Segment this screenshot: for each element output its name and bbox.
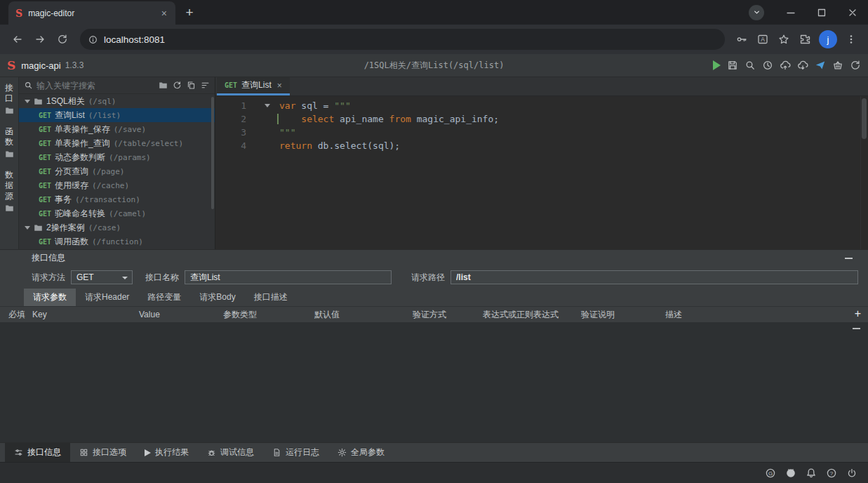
reload-icon[interactable] xyxy=(52,29,73,50)
breadcrumb: /1SQL相关/查询List(/sql/list) xyxy=(364,60,505,72)
api-tree-item[interactable]: GET使用缓存(/cache) xyxy=(19,178,215,192)
window-maximize-button[interactable] xyxy=(806,0,837,25)
api-tree-item[interactable]: GET单表操作_保存(/save) xyxy=(19,122,215,136)
panel-title-bar: 接口信息 xyxy=(0,249,868,266)
activity-item-datasource[interactable]: 数据源 xyxy=(5,170,14,213)
window-minimize-button[interactable] xyxy=(775,0,806,25)
activity-item-function[interactable]: 函数 xyxy=(5,126,14,159)
bottom-tab-debug-info[interactable]: 调试信息 xyxy=(198,443,263,462)
chevron-down-icon xyxy=(122,277,128,279)
api-tree-item[interactable]: GET分页查询(/page) xyxy=(19,164,215,178)
gear-icon xyxy=(338,448,347,457)
gutter: 1234 xyxy=(215,99,255,249)
tree-folder[interactable]: 2操作案例(/case) xyxy=(19,220,215,234)
refresh-icon[interactable] xyxy=(850,60,861,71)
activity-item-api[interactable]: 接口 xyxy=(5,83,14,115)
panel-collapse-icon[interactable] xyxy=(845,258,853,259)
copy-icon[interactable] xyxy=(187,81,196,90)
tab-close-icon[interactable]: × xyxy=(160,8,168,19)
code-line[interactable]: var sql = """ xyxy=(255,99,868,112)
editor-tab-bar: GET 查询List × xyxy=(215,77,868,96)
password-key-icon[interactable] xyxy=(732,29,752,49)
line-number: 2 xyxy=(215,112,246,126)
new-tab-button[interactable]: + xyxy=(180,3,199,22)
code-line[interactable]: return db.select(sql); xyxy=(255,139,868,152)
bookmark-star-icon[interactable] xyxy=(774,29,794,49)
refresh-icon[interactable] xyxy=(173,81,182,90)
bottom-tab-api-options[interactable]: 接口选项 xyxy=(70,443,135,462)
run-icon[interactable] xyxy=(713,60,721,70)
tab-request-header[interactable]: 请求Header xyxy=(76,289,138,306)
sidebar-search-row xyxy=(19,77,215,94)
request-path-input[interactable] xyxy=(450,270,858,284)
name-label: 接口名称 xyxy=(145,272,179,284)
log-document-icon xyxy=(272,448,281,457)
app-header: S magic-api 1.3.3 /1SQL相关/查询List(/sql/li… xyxy=(0,54,868,77)
translate-icon[interactable]: A xyxy=(753,29,773,49)
save-icon[interactable] xyxy=(727,60,738,71)
bottom-tab-api-info[interactable]: 接口信息 xyxy=(5,443,70,462)
forward-icon[interactable] xyxy=(29,29,51,50)
browser-menu-icon[interactable] xyxy=(841,29,861,49)
tab-api-description[interactable]: 接口描述 xyxy=(245,289,297,306)
api-tree-item[interactable]: GET调用函数(/function) xyxy=(19,234,215,249)
api-name-input[interactable] xyxy=(185,270,392,284)
status-bar: G ? xyxy=(0,462,868,483)
api-tree-item[interactable]: GET事务(/transaction) xyxy=(19,192,215,206)
editor-scrollbar-thumb[interactable] xyxy=(862,98,867,139)
bell-icon[interactable] xyxy=(806,468,817,479)
cloud-download-icon[interactable] xyxy=(797,60,808,71)
add-row-button[interactable]: + xyxy=(855,307,861,320)
extensions-puzzle-icon[interactable] xyxy=(795,29,815,49)
api-tree-item[interactable]: GET单表操作_查询(/table/select) xyxy=(19,136,215,150)
api-tree-item[interactable]: GET动态参数判断(/params) xyxy=(19,150,215,164)
basket-icon[interactable] xyxy=(832,60,843,71)
line-number: 3 xyxy=(215,126,246,139)
code-editor[interactable]: 1234 var sql = """ select api_name from … xyxy=(215,96,868,249)
tab-request-body[interactable]: 请求Body xyxy=(190,289,244,306)
tab-path-variables[interactable]: 路径变量 xyxy=(138,289,190,306)
editor-tab-close-icon[interactable]: × xyxy=(277,81,282,91)
sidebar: 1SQL相关(/sql)GET查询List(/list)GET单表操作_保存(/… xyxy=(19,77,215,249)
sidebar-scrollbar[interactable] xyxy=(211,97,214,209)
bug-icon xyxy=(207,448,216,457)
tree-folder[interactable]: 1SQL相关(/sql) xyxy=(19,94,215,108)
app-version: 1.3.3 xyxy=(65,60,84,70)
address-bar[interactable]: localhost:8081 xyxy=(80,29,725,50)
remove-row-button[interactable] xyxy=(853,328,860,329)
bottom-tab-global-params[interactable]: 全局参数 xyxy=(328,443,394,462)
history-clock-icon[interactable] xyxy=(762,60,773,71)
search-icon[interactable] xyxy=(745,60,756,71)
window-close-button[interactable] xyxy=(837,0,868,25)
code-line[interactable]: select api_name from magic_api_info; xyxy=(255,112,868,126)
sort-icon[interactable] xyxy=(201,81,210,90)
code-line[interactable]: """ xyxy=(255,126,868,139)
bottom-tab-run-result[interactable]: 执行结果 xyxy=(135,443,198,462)
code-lines[interactable]: var sql = """ select api_name from magic… xyxy=(255,99,868,249)
back-icon[interactable] xyxy=(7,29,28,50)
browser-tab[interactable]: S magic-editor × xyxy=(8,1,175,25)
tab-title: magic-editor xyxy=(28,8,154,18)
line-number: 1 xyxy=(215,99,246,112)
gitee-icon[interactable]: G xyxy=(765,468,776,479)
panel-title: 接口信息 xyxy=(32,252,65,264)
power-icon[interactable] xyxy=(846,468,857,479)
editor-scrollbar-track xyxy=(860,96,868,249)
folder-icon[interactable] xyxy=(159,81,168,90)
search-input[interactable] xyxy=(36,81,155,91)
api-tree-item[interactable]: GET驼峰命名转换(/camel) xyxy=(19,206,215,220)
github-icon[interactable] xyxy=(785,468,796,479)
profile-avatar[interactable]: j xyxy=(819,30,837,48)
push-send-icon[interactable] xyxy=(815,60,826,71)
tab-search-icon[interactable] xyxy=(749,5,764,20)
page-info-icon[interactable] xyxy=(88,35,98,44)
editor-tab[interactable]: GET 查询List × xyxy=(217,77,290,95)
help-icon[interactable]: ? xyxy=(826,468,837,479)
tab-request-params[interactable]: 请求参数 xyxy=(24,289,76,306)
bottom-tab-run-log[interactable]: 运行日志 xyxy=(263,443,328,462)
play-icon xyxy=(145,449,151,456)
cloud-upload-icon[interactable] xyxy=(780,60,791,71)
method-select[interactable]: GET xyxy=(71,270,133,284)
param-table-header: 必填 Key Value 参数类型 默认值 验证方式 表达式或正则表达式 验证说… xyxy=(0,307,868,322)
api-tree-item[interactable]: GET查询List(/list) xyxy=(19,108,215,122)
